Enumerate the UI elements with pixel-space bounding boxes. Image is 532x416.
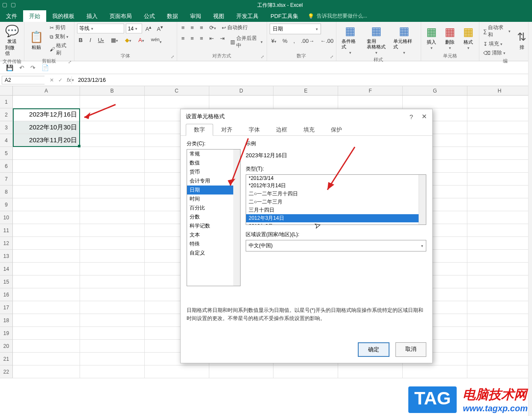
dialog-help-icon[interactable]: ? xyxy=(410,113,413,120)
dialog-launcher-icon[interactable]: ⤢ xyxy=(171,54,174,59)
cell[interactable] xyxy=(403,96,467,108)
percent-button[interactable]: % xyxy=(281,37,289,45)
cell[interactable] xyxy=(467,353,532,365)
cell[interactable] xyxy=(80,301,145,314)
cell[interactable] xyxy=(13,96,80,108)
align-right-icon[interactable]: ≡ xyxy=(198,34,205,50)
font-size-select[interactable]: 14▾ xyxy=(126,24,142,33)
align-bottom-icon[interactable]: ≡ xyxy=(198,24,205,32)
scroll-down-icon[interactable]: ▼ xyxy=(420,218,425,224)
cell[interactable] xyxy=(80,134,145,147)
col-header-F[interactable]: F xyxy=(338,86,403,95)
align-center-icon[interactable]: ≡ xyxy=(189,34,196,50)
row-header[interactable]: 18 xyxy=(0,314,13,327)
cell[interactable] xyxy=(467,186,532,198)
locale-select[interactable]: 中文(中国) ▾ xyxy=(246,240,426,251)
cell[interactable] xyxy=(13,340,80,353)
cell[interactable] xyxy=(13,160,80,173)
cell[interactable] xyxy=(80,275,145,288)
cell[interactable] xyxy=(13,263,80,275)
col-header-G[interactable]: G xyxy=(403,86,467,95)
category-item[interactable]: 会计专用 xyxy=(187,177,233,186)
insert-cells-button[interactable]: ▦插入▾ xyxy=(424,24,440,51)
cell[interactable] xyxy=(467,211,532,224)
sort-filter-button[interactable]: ⇅排 xyxy=(514,30,529,51)
cell[interactable] xyxy=(13,250,80,263)
cell[interactable] xyxy=(80,340,145,353)
dialog-titlebar[interactable]: 设置单元格格式 ? ✕ xyxy=(181,109,432,124)
category-item[interactable]: 科学记数 xyxy=(187,221,233,230)
cell[interactable] xyxy=(80,198,145,211)
col-header-A[interactable]: A xyxy=(13,86,80,95)
dialog-tab-align[interactable]: 对齐 xyxy=(213,124,241,135)
tell-me-box[interactable]: 💡 告诉我您想要做什么... xyxy=(304,10,367,22)
conditional-format-button[interactable]: ▦条件格式▾ xyxy=(339,24,362,56)
cell[interactable] xyxy=(13,275,80,288)
cell[interactable] xyxy=(13,301,80,314)
autosum-button[interactable]: ∑自动求和▾ xyxy=(482,24,512,39)
cell[interactable] xyxy=(467,301,532,314)
cell[interactable] xyxy=(145,365,209,378)
cell[interactable] xyxy=(467,275,532,288)
clear-button[interactable]: ⌫清除▾ xyxy=(482,49,512,57)
cell[interactable] xyxy=(403,365,467,378)
type-item[interactable]: *2012/3/14 xyxy=(246,175,426,182)
cell[interactable] xyxy=(13,365,80,378)
cell[interactable] xyxy=(467,224,532,237)
row-header[interactable]: 12 xyxy=(0,237,13,250)
dialog-tab-fill[interactable]: 填充 xyxy=(295,124,323,135)
cell[interactable] xyxy=(80,160,145,173)
bold-button[interactable]: B xyxy=(77,36,84,45)
cell[interactable] xyxy=(80,327,145,340)
row-header[interactable]: 16 xyxy=(0,288,13,301)
orientation-icon[interactable]: ⟳▾ xyxy=(208,24,218,32)
dialog-tab-number[interactable]: 数字 xyxy=(186,124,213,136)
indent-decrease-icon[interactable]: ⇤ xyxy=(208,34,216,50)
col-header-C[interactable]: C xyxy=(145,86,209,95)
row-header[interactable]: 1 xyxy=(0,96,13,108)
type-item[interactable]: 2012年3月 xyxy=(246,222,426,224)
row-header[interactable]: 4 xyxy=(0,134,13,147)
fx-icon[interactable]: fx xyxy=(67,77,71,83)
phonetic-button[interactable]: wén▾ xyxy=(149,36,163,45)
cell[interactable] xyxy=(13,224,80,237)
format-as-table-button[interactable]: ▦套用 表格格式▾ xyxy=(364,24,388,56)
tab-dev-tools[interactable]: 开发工具 xyxy=(230,10,265,22)
category-item[interactable]: 常规 xyxy=(187,150,233,159)
send-to-wechat-button[interactable]: 💬 发送 到微信 xyxy=(3,24,21,57)
tab-formulas[interactable]: 公式 xyxy=(138,10,161,22)
redo-icon[interactable]: ↷ xyxy=(30,64,36,71)
cell[interactable] xyxy=(209,365,274,378)
row-header[interactable]: 21 xyxy=(0,353,13,365)
category-item[interactable]: 百分比 xyxy=(187,204,233,212)
tab-home[interactable]: 开始 xyxy=(23,10,46,22)
fill-color-button[interactable]: ◆▾ xyxy=(123,36,133,45)
col-header-E[interactable]: E xyxy=(273,86,338,95)
cell[interactable] xyxy=(13,211,80,224)
tab-file[interactable]: 文件 xyxy=(0,10,23,22)
align-left-icon[interactable]: ≡ xyxy=(180,34,187,50)
category-item[interactable]: 日期 xyxy=(187,186,233,195)
paste-button[interactable]: 📋 粘贴 xyxy=(27,30,46,51)
type-item[interactable]: 二○一二年三月十四日 xyxy=(246,190,426,198)
decrease-decimal-button[interactable]: ←.00 xyxy=(318,37,335,45)
cell[interactable] xyxy=(467,314,532,327)
cell[interactable] xyxy=(467,198,532,211)
cell[interactable] xyxy=(467,288,532,301)
format-cells-button[interactable]: ▦格式▾ xyxy=(461,24,476,51)
cell[interactable] xyxy=(145,96,209,108)
cell[interactable] xyxy=(80,237,145,250)
cell[interactable] xyxy=(13,288,80,301)
category-item[interactable]: 数值 xyxy=(187,159,233,168)
tab-pdf-tools[interactable]: PDF工具集 xyxy=(265,10,304,22)
row-header[interactable]: 5 xyxy=(0,147,13,160)
tab-insert[interactable]: 插入 xyxy=(80,10,104,22)
cell[interactable] xyxy=(467,263,532,275)
scroll-up-icon[interactable]: ▲ xyxy=(420,175,425,181)
dialog-launcher-icon[interactable]: ⤢ xyxy=(68,60,71,64)
cell[interactable] xyxy=(80,365,145,378)
increase-decimal-button[interactable]: .00→ xyxy=(299,37,316,45)
category-item[interactable]: 自定义 xyxy=(187,248,233,257)
cell[interactable] xyxy=(80,314,145,327)
cell[interactable] xyxy=(80,121,145,134)
